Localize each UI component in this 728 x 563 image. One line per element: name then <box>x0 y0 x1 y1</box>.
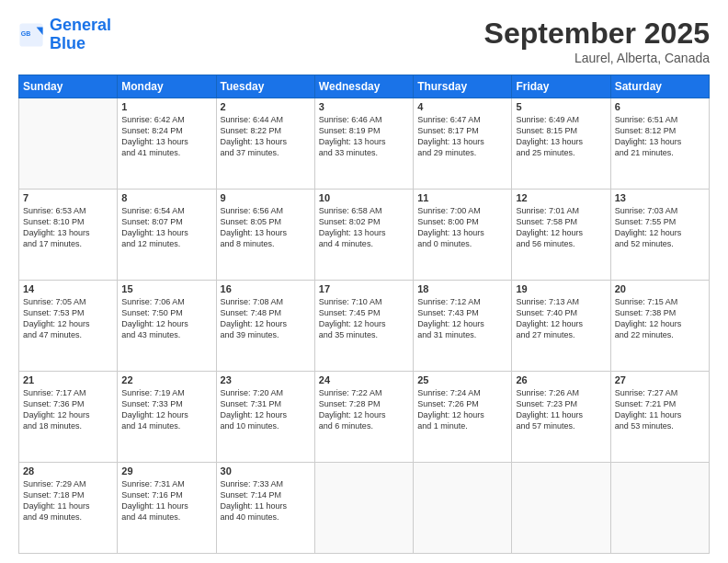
calendar-cell: 6Sunrise: 6:51 AMSunset: 8:12 PMDaylight… <box>610 98 709 190</box>
day-number: 4 <box>417 101 507 112</box>
day-info: Sunrise: 7:26 AMSunset: 7:23 PMDaylight:… <box>516 387 606 432</box>
calendar-cell: 26Sunrise: 7:26 AMSunset: 7:23 PMDayligh… <box>512 372 610 463</box>
logo-general: General <box>50 16 111 34</box>
weekday-header-wednesday: Wednesday <box>314 75 413 98</box>
day-info: Sunrise: 6:49 AMSunset: 8:15 PMDaylight:… <box>516 114 606 159</box>
calendar-cell: 25Sunrise: 7:24 AMSunset: 7:26 PMDayligh… <box>414 372 512 463</box>
day-info: Sunrise: 7:20 AMSunset: 7:31 PMDaylight:… <box>221 387 311 432</box>
calendar-cell: 2Sunrise: 6:44 AMSunset: 8:22 PMDaylight… <box>216 98 314 190</box>
day-number: 7 <box>23 192 113 203</box>
day-info: Sunrise: 6:42 AMSunset: 8:24 PMDaylight:… <box>121 114 211 159</box>
day-number: 29 <box>121 465 211 477</box>
week-row-3: 21Sunrise: 7:17 AMSunset: 7:36 PMDayligh… <box>19 372 710 463</box>
day-number: 6 <box>615 101 705 112</box>
calendar-cell: 9Sunrise: 6:56 AMSunset: 8:05 PMDaylight… <box>216 190 314 281</box>
calendar-cell <box>610 463 709 554</box>
location: Laurel, Alberta, Canada <box>484 51 710 65</box>
day-number: 14 <box>23 283 113 294</box>
calendar-cell: 7Sunrise: 6:53 AMSunset: 8:10 PMDaylight… <box>19 190 118 281</box>
day-info: Sunrise: 6:46 AMSunset: 8:19 PMDaylight:… <box>319 114 409 159</box>
calendar-cell: 21Sunrise: 7:17 AMSunset: 7:36 PMDayligh… <box>19 372 118 463</box>
day-number: 10 <box>319 192 409 203</box>
day-number: 18 <box>417 283 507 294</box>
calendar-cell: 5Sunrise: 6:49 AMSunset: 8:15 PMDaylight… <box>512 98 610 190</box>
calendar-cell: 13Sunrise: 7:03 AMSunset: 7:55 PMDayligh… <box>610 190 709 281</box>
day-info: Sunrise: 7:33 AMSunset: 7:14 PMDaylight:… <box>221 478 311 523</box>
day-info: Sunrise: 7:13 AMSunset: 7:40 PMDaylight:… <box>516 296 606 341</box>
day-number: 26 <box>516 374 606 385</box>
page: GB General Blue September 2025 Laurel, A… <box>0 0 728 563</box>
calendar-cell <box>314 463 413 554</box>
day-number: 27 <box>615 374 705 385</box>
day-number: 28 <box>23 465 113 477</box>
weekday-header-sunday: Sunday <box>19 75 118 98</box>
day-number: 30 <box>221 465 311 477</box>
day-info: Sunrise: 7:15 AMSunset: 7:38 PMDaylight:… <box>615 296 705 341</box>
weekday-header-friday: Friday <box>512 75 610 98</box>
day-info: Sunrise: 6:51 AMSunset: 8:12 PMDaylight:… <box>615 114 705 159</box>
day-info: Sunrise: 7:10 AMSunset: 7:45 PMDaylight:… <box>319 296 409 341</box>
weekday-header-monday: Monday <box>118 75 216 98</box>
weekday-header-saturday: Saturday <box>610 75 709 98</box>
calendar-cell: 11Sunrise: 7:00 AMSunset: 8:00 PMDayligh… <box>414 190 512 281</box>
day-number: 9 <box>221 192 311 203</box>
calendar-cell <box>414 463 512 554</box>
header: GB General Blue September 2025 Laurel, A… <box>18 17 710 65</box>
calendar-cell: 24Sunrise: 7:22 AMSunset: 7:28 PMDayligh… <box>314 372 413 463</box>
week-row-0: 1Sunrise: 6:42 AMSunset: 8:24 PMDaylight… <box>19 98 710 190</box>
day-number: 15 <box>121 283 211 294</box>
day-info: Sunrise: 7:17 AMSunset: 7:36 PMDaylight:… <box>23 387 113 432</box>
day-number: 8 <box>121 192 211 203</box>
calendar-cell: 27Sunrise: 7:27 AMSunset: 7:21 PMDayligh… <box>610 372 709 463</box>
calendar-cell: 19Sunrise: 7:13 AMSunset: 7:40 PMDayligh… <box>512 281 610 372</box>
day-number: 22 <box>121 374 211 385</box>
day-number: 20 <box>615 283 705 294</box>
day-info: Sunrise: 7:06 AMSunset: 7:50 PMDaylight:… <box>121 296 211 341</box>
day-info: Sunrise: 6:54 AMSunset: 8:07 PMDaylight:… <box>121 205 211 250</box>
weekday-header-row: SundayMondayTuesdayWednesdayThursdayFrid… <box>19 75 710 98</box>
day-number: 17 <box>319 283 409 294</box>
calendar-cell: 12Sunrise: 7:01 AMSunset: 7:58 PMDayligh… <box>512 190 610 281</box>
svg-text:GB: GB <box>21 30 31 37</box>
day-number: 2 <box>221 101 311 112</box>
day-number: 19 <box>516 283 606 294</box>
day-number: 11 <box>417 192 507 203</box>
calendar-cell: 10Sunrise: 6:58 AMSunset: 8:02 PMDayligh… <box>314 190 413 281</box>
calendar-table: SundayMondayTuesdayWednesdayThursdayFrid… <box>18 75 710 554</box>
day-info: Sunrise: 7:03 AMSunset: 7:55 PMDaylight:… <box>615 205 705 250</box>
month-title: September 2025 <box>484 17 710 51</box>
day-info: Sunrise: 7:01 AMSunset: 7:58 PMDaylight:… <box>516 205 606 250</box>
calendar-cell <box>19 98 118 190</box>
day-number: 25 <box>417 374 507 385</box>
weekday-header-tuesday: Tuesday <box>216 75 314 98</box>
day-number: 16 <box>221 283 311 294</box>
logo-icon: GB <box>18 22 44 48</box>
calendar-cell: 30Sunrise: 7:33 AMSunset: 7:14 PMDayligh… <box>216 463 314 554</box>
calendar-cell: 17Sunrise: 7:10 AMSunset: 7:45 PMDayligh… <box>314 281 413 372</box>
day-number: 23 <box>221 374 311 385</box>
day-info: Sunrise: 7:00 AMSunset: 8:00 PMDaylight:… <box>417 205 507 250</box>
day-info: Sunrise: 7:08 AMSunset: 7:48 PMDaylight:… <box>221 296 311 341</box>
day-info: Sunrise: 7:22 AMSunset: 7:28 PMDaylight:… <box>319 387 409 432</box>
week-row-2: 14Sunrise: 7:05 AMSunset: 7:53 PMDayligh… <box>19 281 710 372</box>
calendar-cell: 28Sunrise: 7:29 AMSunset: 7:18 PMDayligh… <box>19 463 118 554</box>
day-number: 3 <box>319 101 409 112</box>
calendar-cell: 16Sunrise: 7:08 AMSunset: 7:48 PMDayligh… <box>216 281 314 372</box>
day-number: 1 <box>121 101 211 112</box>
logo: GB General Blue <box>18 17 111 53</box>
day-info: Sunrise: 6:53 AMSunset: 8:10 PMDaylight:… <box>23 205 113 250</box>
day-number: 24 <box>319 374 409 385</box>
week-row-1: 7Sunrise: 6:53 AMSunset: 8:10 PMDaylight… <box>19 190 710 281</box>
calendar-cell: 15Sunrise: 7:06 AMSunset: 7:50 PMDayligh… <box>118 281 216 372</box>
weekday-header-thursday: Thursday <box>414 75 512 98</box>
day-info: Sunrise: 7:05 AMSunset: 7:53 PMDaylight:… <box>23 296 113 341</box>
day-number: 12 <box>516 192 606 203</box>
day-info: Sunrise: 6:58 AMSunset: 8:02 PMDaylight:… <box>319 205 409 250</box>
day-info: Sunrise: 7:24 AMSunset: 7:26 PMDaylight:… <box>417 387 507 432</box>
day-number: 21 <box>23 374 113 385</box>
calendar-cell: 18Sunrise: 7:12 AMSunset: 7:43 PMDayligh… <box>414 281 512 372</box>
calendar-cell: 14Sunrise: 7:05 AMSunset: 7:53 PMDayligh… <box>19 281 118 372</box>
calendar-cell: 4Sunrise: 6:47 AMSunset: 8:17 PMDaylight… <box>414 98 512 190</box>
calendar-cell: 8Sunrise: 6:54 AMSunset: 8:07 PMDaylight… <box>118 190 216 281</box>
calendar-cell: 20Sunrise: 7:15 AMSunset: 7:38 PMDayligh… <box>610 281 709 372</box>
